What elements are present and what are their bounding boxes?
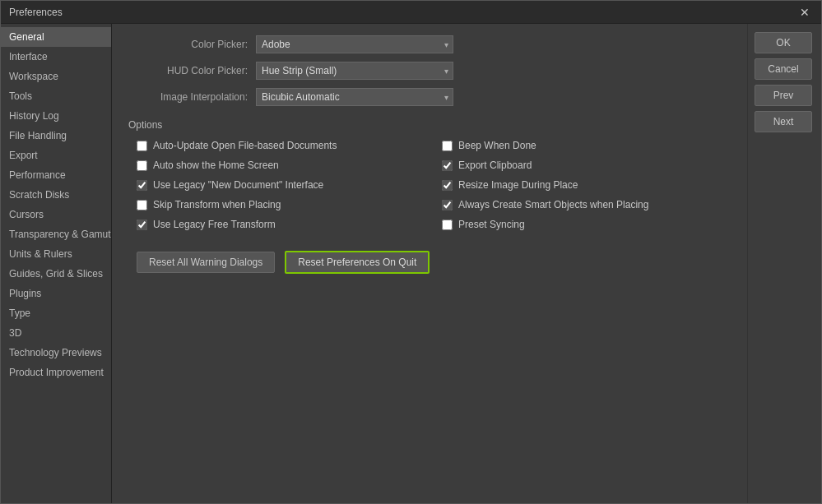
sidebar-item-performance[interactable]: Performance xyxy=(1,165,111,185)
color-picker-select[interactable]: AdobeWindows xyxy=(256,35,453,53)
sidebar: GeneralInterfaceWorkspaceToolsHistory Lo… xyxy=(1,24,112,503)
checkbox-label: Preset Syncing xyxy=(458,219,525,230)
sidebar-item-3d[interactable]: 3D xyxy=(1,323,111,343)
sidebar-item-file-handling[interactable]: File Handling xyxy=(1,126,111,146)
sidebar-item-history-log[interactable]: History Log xyxy=(1,106,111,126)
ok-button[interactable]: OK xyxy=(755,32,812,53)
sidebar-item-transparency--gamut[interactable]: Transparency & Gamut xyxy=(1,224,111,244)
hud-color-picker-row: HUD Color Picker: Hue Strip (Small)Hue S… xyxy=(128,62,731,80)
content-area: GeneralInterfaceWorkspaceToolsHistory Lo… xyxy=(1,24,821,503)
checkbox-input[interactable] xyxy=(137,180,147,191)
checkbox-row: Resize Image During Place xyxy=(442,177,731,193)
checkbox-row: Preset Syncing xyxy=(442,216,731,233)
options-label: Options xyxy=(128,119,731,131)
checkbox-label: Beep When Done xyxy=(458,140,536,151)
window-title: Preferences xyxy=(9,7,63,18)
sidebar-item-tools[interactable]: Tools xyxy=(1,86,111,106)
main-area: Color Picker: AdobeWindows HUD Color Pic… xyxy=(112,24,747,503)
options-section: Options Auto-Update Open File-based Docu… xyxy=(128,119,731,233)
checkbox-input[interactable] xyxy=(137,200,147,210)
preferences-window: Preferences ✕ GeneralInterfaceWorkspaceT… xyxy=(0,0,822,504)
action-buttons-row: Reset All Warning Dialogs Reset Preferen… xyxy=(137,251,731,274)
sidebar-item-guides-grid--slices[interactable]: Guides, Grid & Slices xyxy=(1,264,111,284)
reset-warning-dialogs-button[interactable]: Reset All Warning Dialogs xyxy=(137,252,275,273)
checkbox-label: Always Create Smart Objects when Placing xyxy=(458,199,648,210)
checkbox-input[interactable] xyxy=(442,220,453,230)
checkbox-row: Use Legacy Free Transform xyxy=(137,216,425,233)
checkbox-input[interactable] xyxy=(442,200,453,210)
checkbox-row: Skip Transform when Placing xyxy=(137,197,425,213)
prev-button[interactable]: Prev xyxy=(755,85,812,106)
checkbox-input[interactable] xyxy=(442,180,453,191)
sidebar-item-plugins[interactable]: Plugins xyxy=(1,284,111,303)
color-picker-label: Color Picker: xyxy=(128,39,248,50)
checkbox-input[interactable] xyxy=(137,220,147,230)
hud-color-picker-select-wrapper: Hue Strip (Small)Hue Strip (Medium)Hue S… xyxy=(256,62,453,80)
sidebar-item-units--rulers[interactable]: Units & Rulers xyxy=(1,244,111,264)
image-interpolation-select-wrapper: Bicubic AutomaticNearest NeighborBilinea… xyxy=(256,88,453,106)
checkbox-row: Export Clipboard xyxy=(442,157,731,173)
reset-preferences-on-quit-button[interactable]: Reset Preferences On Quit xyxy=(285,251,430,274)
sidebar-item-scratch-disks[interactable]: Scratch Disks xyxy=(1,185,111,205)
checkbox-label: Auto show the Home Screen xyxy=(153,160,279,171)
checkbox-row: Use Legacy "New Document" Interface xyxy=(137,177,425,193)
sidebar-item-technology-previews[interactable]: Technology Previews xyxy=(1,343,111,363)
sidebar-item-interface[interactable]: Interface xyxy=(1,47,111,67)
sidebar-item-general[interactable]: General xyxy=(1,27,111,47)
image-interpolation-select[interactable]: Bicubic AutomaticNearest NeighborBilinea… xyxy=(256,88,453,106)
close-button[interactable]: ✕ xyxy=(796,4,813,21)
checkbox-label: Use Legacy Free Transform xyxy=(153,219,276,230)
checkbox-row: Auto-Update Open File-based Documents xyxy=(137,137,425,154)
color-picker-select-wrapper: AdobeWindows xyxy=(256,35,453,53)
sidebar-item-export[interactable]: Export xyxy=(1,146,111,165)
checkbox-label: Skip Transform when Placing xyxy=(153,199,281,210)
hud-color-picker-select[interactable]: Hue Strip (Small)Hue Strip (Medium)Hue S… xyxy=(256,62,453,80)
checkbox-label: Export Clipboard xyxy=(458,160,532,171)
sidebar-item-product-improvement[interactable]: Product Improvement xyxy=(1,363,111,382)
sidebar-item-cursors[interactable]: Cursors xyxy=(1,205,111,224)
checkbox-row: Always Create Smart Objects when Placing xyxy=(442,197,731,213)
right-panel: OK Cancel Prev Next xyxy=(747,24,821,503)
next-button[interactable]: Next xyxy=(755,111,812,132)
checkbox-row: Beep When Done xyxy=(442,137,731,154)
hud-color-picker-label: HUD Color Picker: xyxy=(128,65,248,76)
checkbox-input[interactable] xyxy=(442,141,453,151)
checkbox-row: Auto show the Home Screen xyxy=(137,157,425,173)
checkbox-label: Use Legacy "New Document" Interface xyxy=(153,179,323,191)
image-interpolation-row: Image Interpolation: Bicubic AutomaticNe… xyxy=(128,88,731,106)
title-bar: Preferences ✕ xyxy=(1,1,821,24)
color-picker-row: Color Picker: AdobeWindows xyxy=(128,35,731,53)
sidebar-item-type[interactable]: Type xyxy=(1,303,111,323)
checkbox-input[interactable] xyxy=(442,160,453,171)
sidebar-item-workspace[interactable]: Workspace xyxy=(1,67,111,86)
cancel-button[interactable]: Cancel xyxy=(755,58,812,80)
checkbox-input[interactable] xyxy=(137,141,147,151)
checkbox-label: Resize Image During Place xyxy=(458,179,578,191)
checkbox-input[interactable] xyxy=(137,160,147,171)
image-interpolation-label: Image Interpolation: xyxy=(128,91,248,103)
options-grid: Auto-Update Open File-based DocumentsBee… xyxy=(137,137,731,233)
checkbox-label: Auto-Update Open File-based Documents xyxy=(153,140,337,151)
